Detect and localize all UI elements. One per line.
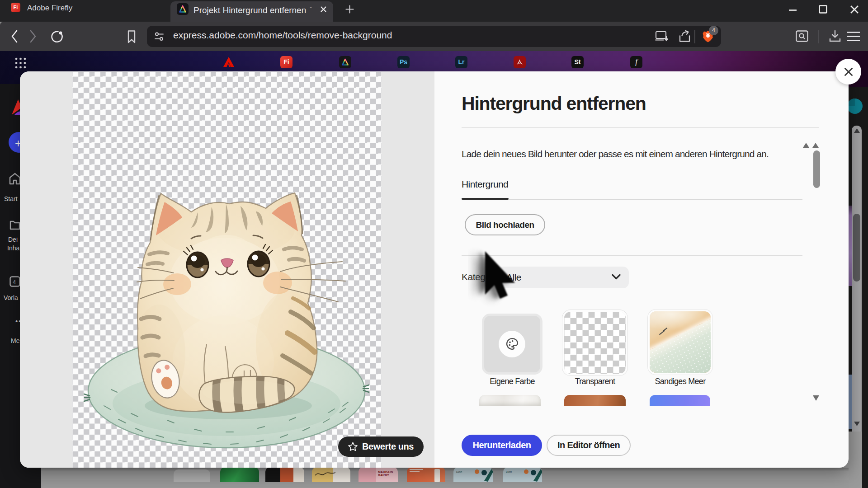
svg-text:4: 4: [13, 279, 16, 286]
svg-text:Lush: Lush: [506, 470, 512, 473]
svg-text:Lush: Lush: [456, 470, 462, 473]
